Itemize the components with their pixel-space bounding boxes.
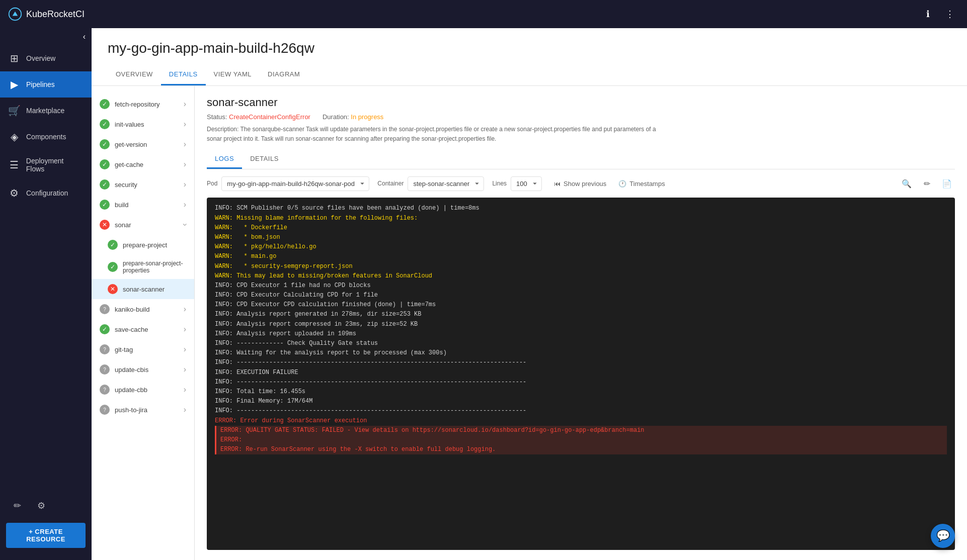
tab-overview[interactable]: OVERVIEW xyxy=(108,64,161,85)
step-label: git-tag xyxy=(115,346,133,353)
components-icon: ◈ xyxy=(8,131,20,143)
show-previous-button[interactable]: ⏮ Show previous xyxy=(550,178,610,190)
description-text: The sonarqube-scanner Task will update p… xyxy=(207,126,656,142)
log-line: INFO: ----------------------------------… xyxy=(215,358,947,367)
more-button[interactable]: ⋮ xyxy=(941,5,959,23)
chevron-icon: › xyxy=(184,385,186,394)
sidebar-item-label: Configuration xyxy=(26,189,68,197)
log-tab-logs[interactable]: LOGS xyxy=(207,150,242,169)
step-sonar-scanner[interactable]: ✕ sonar-scanner xyxy=(92,279,194,299)
step-prepare-project[interactable]: ✓ prepare-project xyxy=(92,235,194,255)
log-line: ERROR: Re-run SonarScanner using the -X … xyxy=(215,445,947,454)
download-log-button[interactable]: 📄 xyxy=(939,175,955,192)
chevron-icon: › xyxy=(184,305,186,314)
log-line: WARN: Missing blame information for the … xyxy=(215,214,947,223)
step-build[interactable]: ✓ build › xyxy=(92,195,194,215)
tab-details[interactable]: DETAILS xyxy=(161,64,206,85)
timestamps-label: Timestamps xyxy=(629,180,665,188)
pod-select[interactable]: my-go-gin-app-main-build-h26qw-sonar-pod xyxy=(221,176,369,191)
details-layout: ✓ fetch-repository › ✓ init-values › xyxy=(92,86,967,560)
step-security[interactable]: ✓ security › xyxy=(92,174,194,195)
log-tabs: LOGS DETAILS xyxy=(207,150,955,169)
step-fetch-repository[interactable]: ✓ fetch-repository › xyxy=(92,94,194,114)
container-control: Container step-sonar-scanner xyxy=(377,176,484,191)
sidebar: ‹ ⊞ Overview ▶ Pipelines 🛒 Marketplace ◈… xyxy=(0,28,92,560)
step-get-version[interactable]: ✓ get-version › xyxy=(92,134,194,154)
step-status-icon: ✓ xyxy=(100,159,110,169)
sidebar-item-label: Marketplace xyxy=(26,107,64,115)
sidebar-item-overview[interactable]: ⊞ Overview xyxy=(0,45,92,71)
sidebar-item-marketplace[interactable]: 🛒 Marketplace xyxy=(0,98,92,124)
step-push-to-jira[interactable]: ? push-to-jira › xyxy=(92,400,194,420)
step-label: fetch-repository xyxy=(115,101,160,108)
step-header: sonar-scanner Status: CreateContainerCon… xyxy=(207,96,955,144)
step-kaniko-build[interactable]: ? kaniko-build › xyxy=(92,299,194,319)
step-label: init-values xyxy=(115,121,144,128)
chat-fab[interactable]: 💬 xyxy=(931,524,955,548)
chevron-icon: › xyxy=(184,160,186,169)
sidebar-item-components[interactable]: ◈ Components xyxy=(0,124,92,150)
sidebar-item-label: Deployment Flows xyxy=(26,157,84,173)
log-line: INFO: SCM Publisher 0/5 source files hav… xyxy=(215,204,947,213)
log-controls: Pod my-go-gin-app-main-build-h26qw-sonar… xyxy=(207,175,955,192)
step-name: sonar-scanner xyxy=(207,96,955,109)
timestamps-icon: 🕐 xyxy=(618,180,626,188)
edit-button[interactable]: ✏ xyxy=(8,497,26,515)
step-label: get-version xyxy=(115,141,147,148)
sidebar-item-pipelines[interactable]: ▶ Pipelines xyxy=(0,71,92,98)
sidebar-item-configuration[interactable]: ⚙ Configuration xyxy=(0,180,92,206)
step-update-cbb[interactable]: ? update-cbb › xyxy=(92,380,194,400)
log-line: ERROR: QUALITY GATE STATUS: FAILED - Vie… xyxy=(215,426,947,435)
step-status-icon: ✓ xyxy=(100,324,110,334)
step-status-icon: ? xyxy=(100,405,110,415)
chevron-icon: › xyxy=(184,200,186,209)
sidebar-collapse[interactable]: ‹ xyxy=(0,28,92,45)
terminal[interactable]: INFO: SCM Publisher 0/5 source files hav… xyxy=(207,198,955,550)
topbar-actions: ℹ ⋮ xyxy=(919,5,959,23)
log-tab-details[interactable]: DETAILS xyxy=(242,150,287,169)
duration-value: In progress xyxy=(351,113,383,121)
step-save-cache[interactable]: ✓ save-cache › xyxy=(92,319,194,339)
app-logo: KubeRocketCI xyxy=(8,7,919,21)
log-line: WARN: * security-semgrep-report.json xyxy=(215,262,947,271)
duration-label: Duration: xyxy=(323,113,349,121)
settings-button[interactable]: ⚙ xyxy=(32,497,50,515)
step-status-icon: ✓ xyxy=(100,200,110,210)
log-line: INFO: EXECUTION FAILURE xyxy=(215,368,947,378)
edit-log-button[interactable]: ✏ xyxy=(919,175,935,192)
lines-select[interactable]: 100 xyxy=(511,176,542,191)
topbar: KubeRocketCI ℹ ⋮ xyxy=(0,0,967,28)
step-git-tag[interactable]: ? git-tag › xyxy=(92,339,194,359)
step-status-icon: ? xyxy=(100,364,110,375)
step-status-icon: ? xyxy=(100,385,110,395)
step-description: Description: The sonarqube-scanner Task … xyxy=(207,125,660,144)
create-resource-button[interactable]: + CREATE RESOURCE xyxy=(6,523,86,548)
container-select[interactable]: step-sonar-scanner xyxy=(408,176,484,191)
step-status-icon: ? xyxy=(100,304,110,314)
deployment-icon: ☰ xyxy=(8,159,20,171)
sidebar-item-deployment-flows[interactable]: ☰ Deployment Flows xyxy=(0,150,92,180)
search-log-button[interactable]: 🔍 xyxy=(899,175,915,192)
show-previous-label: Show previous xyxy=(563,180,606,188)
step-get-cache[interactable]: ✓ get-cache › xyxy=(92,154,194,174)
page-title: my-go-gin-app-main-build-h26qw xyxy=(108,40,951,56)
timestamps-toggle[interactable]: 🕐 Timestamps xyxy=(618,180,665,188)
step-update-cbis[interactable]: ? update-cbis › xyxy=(92,359,194,380)
step-sonar[interactable]: ✕ sonar › xyxy=(92,215,194,235)
steps-panel: ✓ fetch-repository › ✓ init-values › xyxy=(92,86,195,560)
tab-diagram[interactable]: DIAGRAM xyxy=(260,64,308,85)
step-label: kaniko-build xyxy=(115,306,149,313)
lines-control: Lines 100 xyxy=(492,176,542,191)
step-init-values[interactable]: ✓ init-values › xyxy=(92,114,194,134)
log-line: WARN: * main.go xyxy=(215,252,947,261)
log-line: ERROR: xyxy=(215,435,947,445)
step-label: get-cache xyxy=(115,161,143,168)
chevron-icon: › xyxy=(184,345,186,354)
step-prepare-sonar[interactable]: ✓ prepare-sonar-project-properties xyxy=(92,255,194,279)
info-button[interactable]: ℹ xyxy=(919,5,937,23)
log-line: INFO: ----------------------------------… xyxy=(215,406,947,416)
tab-view-yaml[interactable]: VIEW YAML xyxy=(206,64,260,85)
description-label: Description: xyxy=(207,126,238,133)
log-actions: 🔍 ✏ 📄 xyxy=(899,175,955,192)
log-panel: sonar-scanner Status: CreateContainerCon… xyxy=(195,86,967,560)
